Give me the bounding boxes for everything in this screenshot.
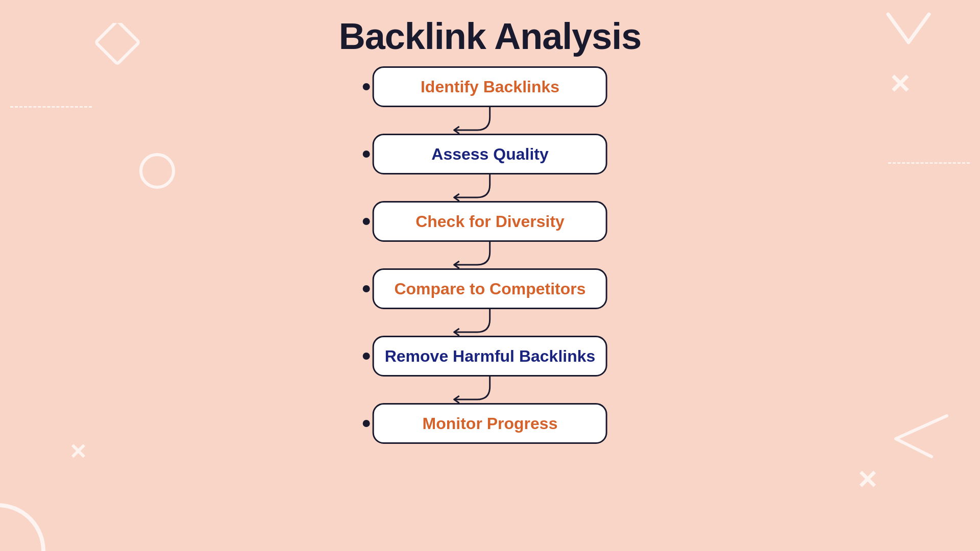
step-box-remove: Remove Harmful Backlinks [373, 336, 607, 377]
step-compare: Compare to Competitors [373, 268, 607, 309]
step-label-diversity: Check for Diversity [415, 212, 565, 231]
step-box-diversity: Check for Diversity [373, 201, 607, 242]
circle-segment-decoration [0, 490, 59, 551]
main-content: Backlink Analysis Identify Backlinks Ass… [339, 0, 642, 444]
connector-5-6 [373, 377, 607, 403]
step-box-monitor: Monitor Progress [373, 403, 607, 444]
dashed-line-left [10, 106, 92, 108]
diamond-decoration [94, 23, 140, 69]
step-remove: Remove Harmful Backlinks [373, 336, 607, 377]
connector-1-2 [373, 107, 607, 134]
flow-diagram: Identify Backlinks Assess Quality Check … [373, 66, 607, 444]
step-label-assess: Assess Quality [431, 145, 548, 164]
connector-3-4 [373, 242, 607, 268]
step-box-compare: Compare to Competitors [373, 268, 607, 309]
svg-point-2 [0, 505, 43, 551]
x-decoration-top-right: ✕ [889, 69, 911, 99]
step-monitor: Monitor Progress [373, 403, 607, 444]
step-diversity: Check for Diversity [373, 201, 607, 242]
x-decoration-left: ✕ [69, 439, 87, 464]
x-decoration-bottom-right: ✕ [856, 465, 878, 495]
step-box-assess: Assess Quality [373, 134, 607, 174]
step-label-compare: Compare to Competitors [394, 280, 585, 298]
svg-rect-0 [96, 23, 139, 64]
step-box-identify: Identify Backlinks [373, 66, 607, 107]
circle-decoration [137, 151, 178, 191]
dashed-line-right [888, 162, 970, 164]
svg-point-1 [141, 155, 174, 187]
step-identify: Identify Backlinks [373, 66, 607, 107]
step-label-identify: Identify Backlinks [421, 78, 559, 96]
step-label-remove: Remove Harmful Backlinks [385, 347, 596, 366]
step-label-monitor: Monitor Progress [423, 414, 558, 433]
page-title: Backlink Analysis [339, 15, 642, 57]
chevron-decoration [883, 9, 934, 50]
step-assess: Assess Quality [373, 134, 607, 174]
connector-4-5 [373, 309, 607, 336]
triangle-decoration [891, 411, 952, 462]
connector-2-3 [373, 174, 607, 201]
